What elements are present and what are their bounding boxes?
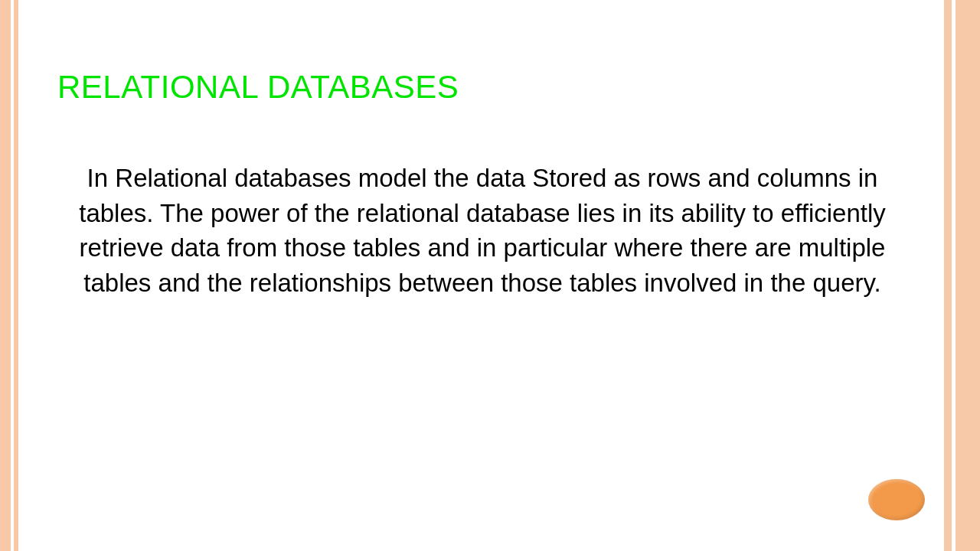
border-stripe-accent-left <box>14 0 18 551</box>
border-stripe-outer-left <box>0 0 11 551</box>
slide-content: RELATIONAL DATABASES In Relational datab… <box>57 69 907 300</box>
slide-title: RELATIONAL DATABASES <box>57 69 907 106</box>
slide-body-text: In Relational databases model the data S… <box>57 161 907 300</box>
border-stripe-accent-right <box>944 0 952 551</box>
decorative-ellipse-icon <box>868 479 925 520</box>
border-stripe-gap-right <box>952 0 956 551</box>
border-stripe-outer-right <box>956 0 980 551</box>
